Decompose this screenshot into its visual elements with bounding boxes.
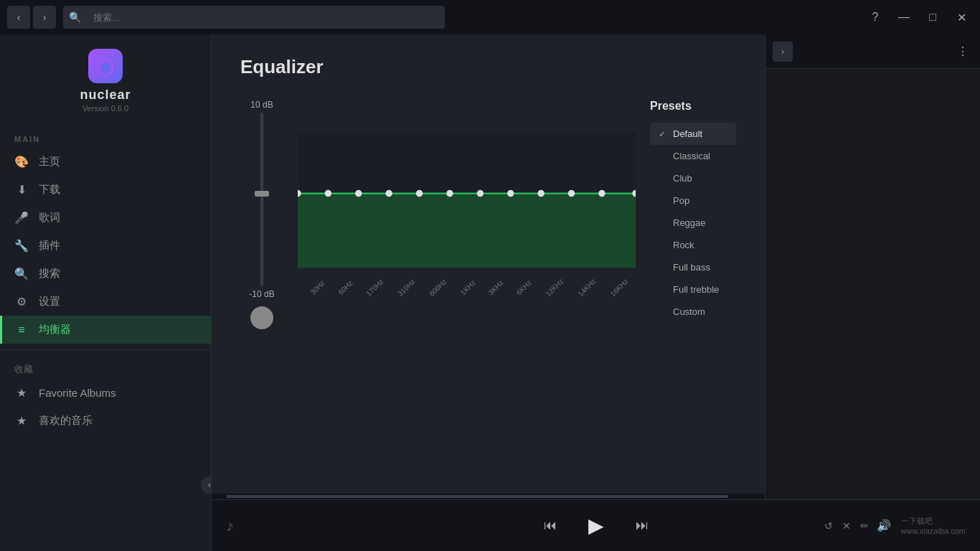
eq-slider-track[interactable] (260, 113, 263, 286)
sidebar-item-lyrics-label: 歌词 (39, 211, 60, 225)
svg-point-8 (416, 190, 423, 197)
plugins-icon: 🔧 (14, 239, 29, 253)
sidebar: nuclear Version 0.6.0 MAIN 🎨 主页 ⬇ 下载 🎤 歌… (0, 34, 212, 551)
svg-point-9 (446, 190, 453, 197)
sidebar-item-search-label: 搜索 (39, 267, 60, 281)
preset-pop[interactable]: Pop (650, 189, 736, 212)
presets-title: Presets (650, 100, 736, 113)
sidebar-item-downloads-label: 下载 (39, 183, 60, 197)
search-icon-button[interactable]: 🔍 (63, 6, 86, 29)
sidebar-item-downloads[interactable]: ⬇ 下载 (0, 176, 211, 204)
play-button[interactable]: ▶ (580, 510, 612, 542)
preset-default[interactable]: ✓ Default (650, 123, 736, 145)
sidebar-item-favorite-albums[interactable]: ★ Favorite Albums (0, 379, 211, 407)
preset-reggae[interactable]: Reggae (650, 212, 736, 234)
right-panel-header: › ⋮ (765, 34, 980, 69)
preset-custom[interactable]: Custom (650, 301, 736, 323)
presets-panel: Presets ✓ Default Classical (650, 100, 736, 329)
sidebar-divider (0, 349, 211, 350)
svg-point-5 (325, 190, 331, 197)
eq-db-top-label: 10 dB (250, 100, 273, 110)
prev-button[interactable]: ⏮ (537, 513, 563, 539)
eq-graph-svg[interactable] (298, 121, 636, 279)
sidebar-item-favorite-albums-label: Favorite Albums (39, 387, 116, 399)
preset-default-check: ✓ (659, 129, 669, 139)
sidebar-item-liked-music-label: 喜欢的音乐 (39, 414, 93, 428)
svg-marker-3 (298, 194, 636, 268)
player-right: ↺ ✕ ✏ 🔊 一下载吧 www.xiazaiba.com (822, 516, 966, 536)
page-title: Equalizer (240, 56, 736, 78)
preset-classical-label: Classical (673, 151, 710, 161)
svg-point-13 (568, 190, 575, 197)
home-icon: 🎨 (14, 155, 29, 169)
watermark-text: 一下载吧 www.xiazaiba.com (901, 516, 966, 535)
minimize-button[interactable]: — (892, 6, 915, 29)
app-name: nuclear (80, 88, 131, 103)
sidebar-item-liked-music[interactable]: ★ 喜欢的音乐 (0, 407, 211, 435)
right-panel: › ⋮ (765, 34, 980, 499)
svg-point-11 (507, 190, 514, 197)
forward-button[interactable]: › (33, 6, 56, 29)
back-button[interactable]: ‹ (7, 6, 30, 29)
svg-point-10 (477, 190, 484, 197)
freq-label-12khz: 12KHz (544, 277, 565, 298)
sidebar-item-settings[interactable]: ⚙ 设置 (0, 288, 211, 316)
preset-classical[interactable]: Classical (650, 145, 736, 167)
main-layout: nuclear Version 0.6.0 MAIN 🎨 主页 ⬇ 下载 🎤 歌… (0, 34, 980, 551)
sidebar-item-equalizer-label: 均衡器 (39, 323, 71, 336)
freq-label-310hz: 310Hz (396, 278, 416, 298)
freq-label-6khz: 6KHz (515, 278, 533, 296)
maximize-button[interactable]: □ (921, 6, 944, 29)
shuffle-button[interactable]: ✕ (840, 516, 852, 536)
svg-marker-1 (101, 62, 110, 74)
svg-point-14 (598, 190, 605, 197)
help-button[interactable]: ? (864, 6, 887, 29)
bottom-player: ♪ ⏮ ▶ ⏭ ↺ ✕ ✏ 🔊 一下载吧 www.xiazaiba.com (212, 499, 980, 551)
sidebar-item-plugins[interactable]: 🔧 插件 (0, 232, 211, 260)
eq-chart-wrapper: 10 dB -10 dB (240, 100, 736, 329)
edit-button[interactable]: ✏ (858, 516, 870, 536)
right-panel-expand-button[interactable]: › (773, 42, 793, 62)
collections-label: 收藏 (0, 356, 211, 379)
main-section-label: MAIN (0, 123, 211, 148)
downloads-icon: ⬇ (14, 183, 29, 197)
eq-vertical-control: 10 dB -10 dB (240, 100, 283, 329)
sidebar-item-search[interactable]: 🔍 搜索 (0, 260, 211, 288)
preset-club-label: Club (673, 173, 692, 184)
content-scrollbar-thumb[interactable] (226, 495, 728, 498)
volume-icon: 🔊 (877, 519, 891, 532)
player-center: ⏮ ▶ ⏭ (369, 510, 822, 542)
sidebar-item-home[interactable]: 🎨 主页 (0, 148, 211, 176)
close-button[interactable]: ✕ (950, 6, 973, 29)
equalizer-container: Equalizer 10 dB -10 dB (240, 56, 736, 472)
preset-default-label: Default (673, 128, 702, 139)
preset-rock-label: Rock (673, 240, 694, 250)
preset-full-trebble[interactable]: Full trebble (650, 278, 736, 301)
freq-label-60hz: 60Hz (336, 279, 354, 296)
eq-slider-thumb[interactable] (255, 191, 269, 197)
content-area: Equalizer 10 dB -10 dB (212, 34, 765, 499)
sidebar-item-settings-label: 设置 (39, 295, 60, 309)
sidebar-item-lyrics[interactable]: 🎤 歌词 (0, 204, 211, 232)
search-input[interactable] (86, 6, 445, 29)
right-panel-menu-button[interactable]: ⋮ (953, 42, 973, 62)
equalizer-icon: ≡ (14, 324, 29, 336)
preset-rock[interactable]: Rock (650, 234, 736, 256)
preset-club[interactable]: Club (650, 167, 736, 189)
eq-freq-labels: 30Hz 60Hz 170Hz 310Hz 600Hz 1KHz 3KHz 6K… (298, 285, 636, 293)
liked-music-icon: ★ (14, 414, 29, 428)
freq-label-600hz: 600Hz (428, 278, 448, 298)
music-note-icon: ♪ (226, 517, 234, 535)
preset-full-bass[interactable]: Full bass (650, 256, 736, 278)
eq-circle-button[interactable] (250, 306, 273, 329)
freq-label-30hz: 30Hz (309, 279, 326, 296)
topbar: ‹ › 🔍 ? — □ ✕ (0, 0, 980, 34)
sidebar-item-equalizer[interactable]: ≡ 均衡器 (0, 316, 211, 344)
content-scrollbar[interactable] (212, 494, 765, 499)
settings-icon: ⚙ (14, 295, 29, 309)
svg-point-6 (355, 190, 362, 197)
freq-label-14khz: 14KHz (576, 277, 597, 298)
topbar-right-controls: ? — □ ✕ (864, 6, 973, 29)
repeat-button[interactable]: ↺ (822, 516, 834, 536)
next-button[interactable]: ⏭ (629, 513, 655, 539)
